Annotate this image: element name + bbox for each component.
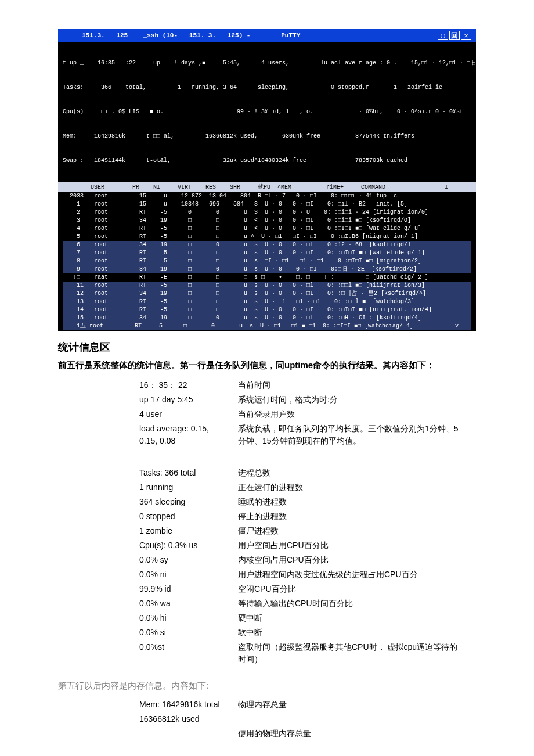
putty-title-text: 151.3. 125 _ssh (10- 151. 3. 125) - PuTT… (63, 32, 438, 39)
key-cell (139, 726, 238, 741)
key-cell: 16366812k used (139, 712, 238, 726)
value-cell: 软中断 (238, 625, 476, 640)
value-cell: 睡眠的进程数 (238, 495, 476, 509)
value-cell: 物理内存总量 (238, 697, 323, 712)
table-row: 1 zombie僵尸进程数 (139, 524, 476, 538)
key-cell: 1 running (139, 480, 238, 495)
memory-table: Mem: 16429816k total物理内存总量16366812k used… (139, 697, 323, 741)
process-list: 2033 root 15 u 12 872 13 04 804 R □l · 7… (58, 192, 476, 331)
key-cell: 364 sleeping (139, 495, 238, 509)
value-cell: 正在运仃的进程数 (238, 480, 476, 495)
table-row: 12 root 34 19 □ □ u s U · 0 0 · □I 0: :□… (63, 290, 471, 298)
table-row: 1五 root RT -5 □ 0 u s U · □1 □1 ■ □1 0: … (63, 322, 471, 330)
table-row: up 17 day 5:45系统运仃时间，格式为时:分 (139, 393, 476, 407)
table-row: 使用的物理内存总量 (139, 726, 323, 741)
table-row: Tasks: 366 total进程总数 (139, 466, 476, 480)
value-cell: 等待输入输出的CPU时间百分比 (238, 596, 476, 611)
putty-window: 151.3. 125 _ssh (10- 151. 3. 125) - PuTT… (58, 29, 476, 331)
table-row: 3 root 34 19 □ □ U < U · 0 0 · □I 0 :□i□… (63, 217, 471, 225)
table-row: 4 root RT -5 □ □ u < U · 0 0 · □I 0 :□I□… (63, 225, 471, 233)
table-row: !□ raat RT -E □ □ □ s □ • □. □ ! : □ [ua… (63, 273, 471, 282)
key-cell: load average: 0.15, 0.15, 0.08 (139, 422, 238, 448)
document-root: 151.3. 125 _ssh (10- 151. 3. 125) - PuTT… (0, 29, 534, 741)
key-cell: Tasks: 366 total (139, 466, 238, 480)
minimize-icon[interactable]: ▢ (438, 31, 448, 40)
value-cell: 硬中断 (238, 611, 476, 625)
table-row: 5 root RT -5 □ □ u ^ U · □1 □I · □I 0 :□… (63, 233, 471, 241)
table-row: 0 stopped停止的进程数 (139, 509, 476, 524)
table-row: 1 root 15 u 10348 696 584 S U · 0 0 · □I… (63, 200, 471, 208)
key-cell: 0.0% wa (139, 596, 238, 611)
table-row: 0.0% si软中断 (139, 625, 476, 640)
key-cell: 0.0% ni (139, 567, 238, 582)
window-controls: ▢ 回 ✕ (438, 31, 471, 40)
putty-titlebar: 151.3. 125 _ssh (10- 151. 3. 125) - PuTT… (58, 29, 476, 42)
key-cell: 0.0% si (139, 625, 238, 640)
table-row: 8 root RT -5 □ □ u s □I · □1 □1 · □1 0 :… (63, 257, 471, 265)
value-cell: 僵尸进程数 (238, 524, 476, 538)
process-header: USER PR NI VIRT RES SHR 就PU ^MEM riME+ C… (58, 182, 476, 192)
table-row: 16： 35： 22当前时间 (139, 378, 476, 393)
table-row: Mem: 16429816k total物理内存总量 (139, 697, 323, 712)
table-row: 11 root RT -5 □ □ u s U · 0 0 · □l 0: :□… (63, 282, 471, 290)
key-cell: 16： 35： 22 (139, 378, 238, 393)
table-row: 0.0% hi硬中断 (139, 611, 476, 625)
table-row: 0.0%st盗取时间（超级监视器服务其他CPU时， 虚拟cpu逼迫等待的时间） (139, 640, 476, 667)
key-cell: 1 zombie (139, 524, 238, 538)
key-cell: 0.0% hi (139, 611, 238, 625)
top-line: Mem: 16429816k t-□□ al, 16366812k used, … (63, 132, 471, 141)
table-row: 99.9% id空闲CPU百分比 (139, 582, 476, 596)
value-cell: 系统运仃时间，格式为时:分 (238, 393, 476, 407)
value-cell: 当前时间 (238, 378, 476, 393)
top-stats-block: t-up _ 16:35 :22 up ! days ,■ 5:45, 4 us… (58, 42, 476, 182)
table-row: 6 root 34 19 □ 0 u s U · 0 0 · □l 0 :12 … (63, 241, 471, 249)
key-cell: 0 stopped (139, 509, 238, 524)
value-cell: 内核空间占用CPU百分比 (238, 553, 476, 567)
table-row: 1 running正在运仃的进程数 (139, 480, 476, 495)
table-row: 14 root RT -5 □ □ u s U · 0 0 · □I 0: :□… (63, 306, 471, 314)
lead-paragraph: 前五行是系统整体的统计信息。第一行是任务队列信息，同uptime命令的执行结果。… (58, 359, 476, 372)
top-line: Swap : 184S1144k t-ot&l, 32uk used^18480… (63, 157, 471, 165)
value-cell: 进程总数 (238, 466, 476, 480)
top-line: Cpu(s) □i . 0$ LIS ■ o. 99 · ! 3% id, 1 … (63, 108, 471, 116)
value-cell (238, 712, 323, 726)
table-row: 9 root 34 19 □ 0 u s U · 0 0 · □I 0:□旧 ·… (63, 265, 471, 273)
key-cell: 99.9% id (139, 582, 238, 596)
value-cell: 当前登录用户数 (238, 407, 476, 422)
maximize-icon[interactable]: 回 (449, 31, 460, 40)
table-row: 4 user当前登录用户数 (139, 407, 476, 422)
table-row: 0.0% ni用户进程空间内改变过优先级的进程占用CPU百分 (139, 567, 476, 582)
value-cell: 盗取时间（超级监视器服务其他CPU时， 虚拟cpu逼迫等待的时间） (238, 640, 476, 667)
key-cell: up 17 day 5:45 (139, 393, 238, 407)
table-row: 2 root RT -5 0 0 U S U · 0 0 · U 0: :□i□… (63, 208, 471, 217)
table-row: 0.0% sy内核空间占用CPU百分比 (139, 553, 476, 567)
key-cell: 0.0%st (139, 640, 238, 667)
table-row: 364 sleeping睡眠的进程数 (139, 495, 476, 509)
key-cell: Mem: 16429816k total (139, 697, 238, 712)
tasks-cpu-table: Tasks: 366 total进程总数1 running正在运仃的进程数364… (139, 466, 476, 667)
uptime-table: 16： 35： 22当前时间 up 17 day 5:45系统运仃时间，格式为时… (139, 378, 476, 448)
top-line: t-up _ 16:35 :22 up ! days ,■ 5:45, 4 us… (63, 59, 471, 67)
top-line: Tasks: 366 total, 1 running, 3 64 sleepi… (63, 84, 471, 92)
table-row: 13 root RT -5 □ □ u s U · □1 □1 · □1 0: … (63, 298, 471, 306)
table-row: Cpu(s): 0.3% us用户空间占用CPU百分比 (139, 538, 476, 553)
key-cell: 0.0% sy (139, 553, 238, 567)
table-row: 2033 root 15 u 12 872 13 04 804 R □l · 7… (63, 192, 471, 200)
close-icon[interactable]: ✕ (461, 31, 471, 40)
value-cell: 用户进程空间内改变过优先级的进程占用CPU百分 (238, 567, 476, 582)
value-cell: 用户空间占用CPU百分比 (238, 538, 476, 553)
table-row: 16366812k used (139, 712, 323, 726)
table-row: 0.0% wa等待输入输出的CPU时间百分比 (139, 596, 476, 611)
value-cell: 使用的物理内存总量 (238, 726, 323, 741)
key-cell: 4 user (139, 407, 238, 422)
section-heading: 统计信息区 (58, 340, 476, 354)
value-cell: 停止的进程数 (238, 509, 476, 524)
table-row: 15 root 34 19 □ 0 u s U · 0 0 · □l 0: :□… (63, 314, 471, 322)
key-cell: Cpu(s): 0.3% us (139, 538, 238, 553)
value-cell: 空闲CPU百分比 (238, 582, 476, 596)
table-row: 7 root RT -5 □ □ u s U · 0 0 · □I 0: :□I… (63, 249, 471, 257)
table-row: load average: 0.15, 0.15, 0.08系统负载，即任务队列… (139, 422, 476, 448)
value-cell: 系统负载，即任务队列的平均长度。三个数值分别为1分钟、5分钟、15分钟前到现在的… (238, 422, 476, 448)
memory-intro: 第五行以后内容是内存信息。内容如下: (58, 681, 476, 692)
